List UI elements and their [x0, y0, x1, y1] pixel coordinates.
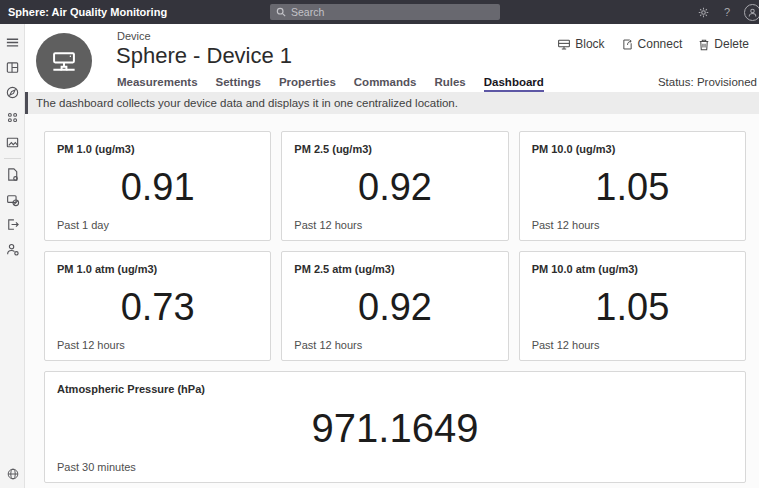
info-banner: The dashboard collects your device data … [25, 92, 759, 114]
block-button-label: Block [575, 37, 604, 51]
card-period: Past 12 hours [294, 339, 495, 351]
card-period: Past 12 hours [57, 339, 258, 351]
left-sidebar [0, 24, 25, 488]
device-tabs: Measurements Settings Properties Command… [117, 72, 757, 92]
connect-button-label: Connect [638, 37, 683, 51]
block-screen-icon [557, 38, 571, 51]
top-navigation-bar: Sphere: Air Quality Monitoring ? [0, 0, 759, 24]
file-icon[interactable] [0, 162, 25, 187]
card-title: PM 2.5 (ug/m3) [294, 143, 495, 155]
card-title: PM 10.0 atm (ug/m3) [532, 263, 733, 275]
search-icon [276, 7, 286, 17]
card-period: Past 12 hours [532, 339, 733, 351]
card-period: Past 30 minutes [57, 461, 733, 473]
header-actions: Block Connect Delete [557, 37, 749, 51]
card-period: Past 12 hours [294, 219, 495, 231]
card-value: 0.92 [294, 155, 495, 219]
main-content: Device Sphere - Device 1 Block Connect D… [25, 24, 759, 488]
page-title: Sphere - Device 1 [116, 43, 292, 69]
tab-properties[interactable]: Properties [279, 76, 336, 92]
apps-icon[interactable] [0, 105, 25, 130]
status-badge: Status: Provisioned [658, 76, 757, 92]
image-icon[interactable] [0, 130, 25, 155]
help-icon[interactable]: ? [724, 6, 730, 18]
trash-icon [698, 38, 710, 51]
user-avatar-icon[interactable] [744, 4, 759, 21]
menu-icon[interactable] [0, 30, 25, 55]
topbar-right-actions: ? [697, 0, 759, 24]
sidebar-divider [4, 158, 21, 159]
metric-card-pm25-atm: PM 2.5 atm (ug/m3) 0.92 Past 12 hours [281, 251, 508, 361]
device-page-header: Device Sphere - Device 1 Block Connect D… [25, 24, 759, 92]
metric-card-pm1: PM 1.0 (ug/m3) 0.91 Past 1 day [44, 131, 271, 241]
card-period: Past 1 day [57, 219, 258, 231]
app-title: Sphere: Air Quality Monitoring [0, 6, 167, 18]
tab-measurements[interactable]: Measurements [117, 76, 198, 92]
tab-dashboard[interactable]: Dashboard [484, 76, 544, 92]
card-title: PM 10.0 (ug/m3) [532, 143, 733, 155]
card-value: 971.1649 [57, 395, 733, 461]
card-title: Atmospheric Pressure (hPa) [57, 383, 733, 395]
metric-card-pm10: PM 10.0 (ug/m3) 1.05 Past 12 hours [519, 131, 746, 241]
device-disabled-icon[interactable] [0, 187, 25, 212]
metric-card-pm10-atm: PM 10.0 atm (ug/m3) 1.05 Past 12 hours [519, 251, 746, 361]
tab-commands[interactable]: Commands [354, 76, 417, 92]
delete-button-label: Delete [714, 37, 749, 51]
card-title: PM 2.5 atm (ug/m3) [294, 263, 495, 275]
tab-settings[interactable]: Settings [216, 76, 261, 92]
info-banner-text: The dashboard collects your device data … [36, 97, 458, 109]
connect-icon [621, 38, 634, 51]
connect-button[interactable]: Connect [621, 37, 683, 51]
metric-card-pressure: Atmospheric Pressure (hPa) 971.1649 Past… [44, 371, 746, 483]
metric-card-pm25: PM 2.5 (ug/m3) 0.92 Past 12 hours [281, 131, 508, 241]
metric-card-pm1-atm: PM 1.0 atm (ug/m3) 0.73 Past 12 hours [44, 251, 271, 361]
device-avatar [36, 33, 92, 89]
tab-rules[interactable]: Rules [434, 76, 465, 92]
search-box[interactable] [270, 4, 500, 20]
device-icon [47, 44, 81, 78]
device-kicker: Device [117, 30, 151, 42]
compass-icon[interactable] [0, 80, 25, 105]
card-title: PM 1.0 atm (ug/m3) [57, 263, 258, 275]
card-value: 1.05 [532, 155, 733, 219]
search-input[interactable] [291, 6, 494, 18]
logout-icon[interactable] [0, 212, 25, 237]
card-value: 0.73 [57, 275, 258, 339]
block-button[interactable]: Block [557, 37, 604, 51]
gear-icon[interactable] [697, 6, 710, 19]
dashboard-card-grid: PM 1.0 (ug/m3) 0.91 Past 1 day PM 2.5 (u… [25, 114, 759, 488]
dashboard-icon[interactable] [0, 55, 25, 80]
card-value: 1.05 [532, 275, 733, 339]
card-value: 0.91 [57, 155, 258, 219]
card-period: Past 12 hours [532, 219, 733, 231]
card-title: PM 1.0 (ug/m3) [57, 143, 258, 155]
delete-button[interactable]: Delete [698, 37, 749, 51]
globe-icon[interactable] [0, 461, 25, 486]
card-value: 0.92 [294, 275, 495, 339]
user-settings-icon[interactable] [0, 237, 25, 262]
